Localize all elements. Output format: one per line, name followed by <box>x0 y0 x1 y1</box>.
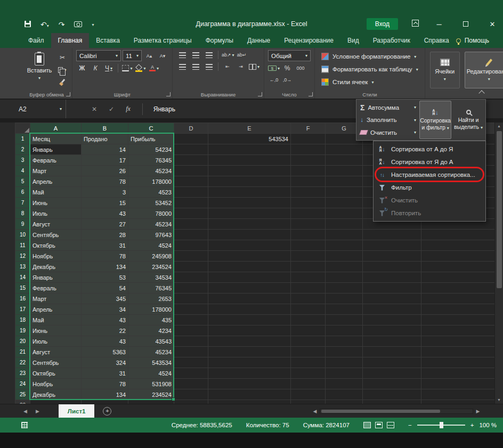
cell-F3[interactable] <box>291 155 326 166</box>
cell-col725[interactable] <box>363 389 421 400</box>
column-header-A[interactable]: A <box>30 123 82 134</box>
row-header-25[interactable]: 25 <box>15 389 30 400</box>
copy-button[interactable]: ▾ <box>56 65 68 75</box>
page-layout-view-icon[interactable] <box>375 422 383 428</box>
row-header-15[interactable]: 15 <box>15 283 30 294</box>
cell-D23[interactable] <box>174 368 208 379</box>
horizontal-scrollbar-thumb[interactable] <box>321 410 440 413</box>
underline-button[interactable]: Ч▾ <box>103 63 115 73</box>
menu-item[interactable]: Фильтр <box>374 181 485 194</box>
cell-col820[interactable] <box>421 336 495 347</box>
vertical-scrollbar[interactable]: ▲ ▼ <box>494 123 503 404</box>
cell-C7[interactable]: 53452 <box>128 198 174 208</box>
ribbon-tab-Вид[interactable]: Вид <box>340 33 366 48</box>
page-break-view-icon[interactable] <box>387 422 394 428</box>
cell-col819[interactable] <box>421 325 495 336</box>
cell-D6[interactable] <box>174 187 208 198</box>
italic-button[interactable]: К <box>90 63 101 73</box>
cell-col815[interactable] <box>421 283 495 294</box>
cell-styles-button[interactable]: Стили ячеек ▾ <box>319 76 421 88</box>
row-header-12[interactable]: 12 <box>15 251 30 262</box>
cell-C13[interactable]: 234524 <box>128 262 174 272</box>
cell-col822[interactable] <box>421 357 495 368</box>
comma-format-button[interactable]: 000 <box>295 63 306 73</box>
cell-col717[interactable] <box>363 304 421 315</box>
cell-G22[interactable] <box>326 357 363 368</box>
cell-E22[interactable] <box>208 357 291 368</box>
font-name-combo[interactable]: Calibri▾ <box>76 50 121 61</box>
cell-B7[interactable]: 15 <box>82 198 128 208</box>
cell-E9[interactable] <box>208 219 291 230</box>
cell-D24[interactable] <box>174 379 208 389</box>
font-color-button[interactable]: А▾ <box>148 63 160 73</box>
cell-C23[interactable]: 4524 <box>128 368 174 379</box>
cell-F12[interactable] <box>291 251 326 262</box>
cell-F25[interactable] <box>291 389 326 400</box>
dialog-launcher-icon[interactable] <box>166 92 171 96</box>
dialog-launcher-icon[interactable] <box>66 92 70 96</box>
maximize-button[interactable] <box>459 20 472 28</box>
row-header-16[interactable]: 16 <box>15 294 30 304</box>
cell-A21[interactable]: Август <box>30 347 82 357</box>
cell-F2[interactable] <box>291 144 326 155</box>
select-all-button[interactable] <box>15 123 30 134</box>
cell-G18[interactable] <box>326 315 363 325</box>
cut-button[interactable]: ✂ <box>56 53 68 62</box>
cell-col821[interactable] <box>421 347 495 357</box>
zoom-slider-thumb[interactable] <box>440 422 443 428</box>
cell-F24[interactable] <box>291 379 326 389</box>
cell-E12[interactable] <box>208 251 291 262</box>
cell-F8[interactable] <box>291 208 326 219</box>
cell-F19[interactable] <box>291 325 326 336</box>
cell-G6[interactable] <box>326 187 363 198</box>
cell-F10[interactable] <box>291 230 326 240</box>
cell-A24[interactable]: Ноябрь <box>30 379 82 389</box>
cell-E4[interactable] <box>208 166 291 176</box>
row-header-21[interactable]: 21 <box>15 347 30 357</box>
row-header-18[interactable]: 18 <box>15 315 30 325</box>
decrease-font-button[interactable]: А▾ <box>157 51 168 61</box>
cell-C1[interactable]: Прибыль <box>128 134 174 144</box>
cell-B16[interactable]: 345 <box>82 294 128 304</box>
currency-format-button[interactable]: $▾ <box>268 63 280 73</box>
cell-D20[interactable] <box>174 336 208 347</box>
dialog-launcher-icon[interactable] <box>309 92 313 96</box>
paste-button[interactable]: Вставить ▾ <box>25 50 54 90</box>
cell-col710[interactable] <box>363 230 421 240</box>
ribbon-tab-Вставка[interactable]: Вставка <box>89 33 127 48</box>
macro-record-icon[interactable] <box>21 422 28 428</box>
cell-F22[interactable] <box>291 357 326 368</box>
orientation-button[interactable]: ab↗▾ <box>222 50 234 60</box>
cell-D25[interactable] <box>174 389 208 400</box>
cell-A3[interactable]: Февраль <box>30 155 82 166</box>
zoom-in-icon[interactable]: + <box>470 422 474 428</box>
column-header-D[interactable]: D <box>174 123 208 134</box>
cell-A25[interactable]: Декабрь <box>30 389 82 400</box>
ribbon-tab-Рецензирование[interactable]: Рецензирование <box>277 33 340 48</box>
cell-A12[interactable]: Ноябрь <box>30 251 82 262</box>
cell-col713[interactable] <box>363 262 421 272</box>
align-bottom-button[interactable] <box>203 50 215 60</box>
cell-G9[interactable] <box>326 219 363 230</box>
cell-col816[interactable] <box>421 294 495 304</box>
cell-G16[interactable] <box>326 294 363 304</box>
ribbon-tab-Данные[interactable]: Данные <box>240 33 277 48</box>
cell-D9[interactable] <box>174 219 208 230</box>
cell-F5[interactable] <box>291 176 326 187</box>
cell-B9[interactable]: 27 <box>82 219 128 230</box>
cell-D16[interactable] <box>174 294 208 304</box>
cell-C21[interactable]: 45234 <box>128 347 174 357</box>
row-header-22[interactable]: 22 <box>15 357 30 368</box>
cell-B21[interactable]: 5363 <box>82 347 128 357</box>
cell-B23[interactable]: 31 <box>82 368 128 379</box>
cell-C3[interactable]: 76345 <box>128 155 174 166</box>
cell-E1[interactable]: 543534 <box>208 134 291 144</box>
cell-C24[interactable]: 531908 <box>128 379 174 389</box>
cell-F18[interactable] <box>291 315 326 325</box>
cell-E17[interactable] <box>208 304 291 315</box>
cell-E23[interactable] <box>208 368 291 379</box>
cell-A2[interactable]: Январь <box>30 144 82 155</box>
ribbon-tab-Разработчик[interactable]: Разработчик <box>366 33 417 48</box>
cell-C10[interactable]: 97643 <box>128 230 174 240</box>
fill-color-button[interactable]: ▾ <box>135 63 147 73</box>
